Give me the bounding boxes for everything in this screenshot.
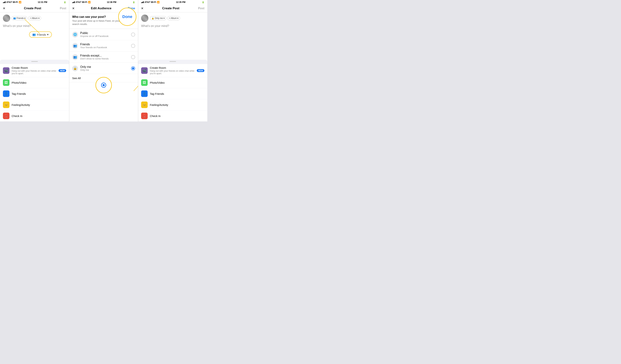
album-badge-right[interactable]: + Album ▾ bbox=[167, 16, 180, 20]
photo-label-right: Photo/Video bbox=[150, 81, 165, 84]
create-room-label-left: Create Room bbox=[12, 66, 56, 69]
audience-header-sub: Your post will show up in News Feed, on … bbox=[72, 19, 135, 26]
friends-badge-label: Friends bbox=[17, 17, 24, 19]
sheet-icon-tag-right: 👤 bbox=[141, 90, 148, 97]
friends-label-mid: Friends bbox=[80, 43, 131, 46]
carrier-text-mid: AT&T Wi-Fi bbox=[76, 1, 87, 3]
only-me-icon: 🔒 bbox=[72, 66, 78, 71]
friends-radio[interactable] bbox=[131, 44, 135, 48]
lock-icon-right: 🔒 bbox=[152, 17, 154, 19]
close-button-left[interactable]: × bbox=[3, 6, 5, 11]
tag-label-left: Tag Friends bbox=[12, 92, 26, 95]
composer-user-row-right: 🔒 Only me ▾ + Album ▾ bbox=[141, 15, 204, 22]
friends-text-mid: Friends Your friends on Facebook bbox=[80, 43, 131, 49]
carrier-text-left: AT&T Wi-Fi bbox=[6, 1, 18, 3]
sheet-item-create-room-left[interactable]: 📹 Create Room Hang out with your friends… bbox=[0, 64, 69, 77]
checkin-label-right: Check In bbox=[150, 114, 161, 118]
friends-button-highlighted[interactable]: 👥 Friends ▾ bbox=[29, 32, 52, 38]
composer-badges-right: 🔒 Only me ▾ + Album ▾ bbox=[150, 16, 180, 20]
time-right: 12:35 PM bbox=[176, 1, 186, 3]
only-me-badge-label-right: Only me bbox=[155, 17, 163, 19]
post-button-left[interactable]: Post bbox=[60, 7, 66, 10]
friends-except-text: Friends except... Don't show to some fri… bbox=[80, 54, 131, 60]
only-me-label: Only me bbox=[80, 65, 131, 69]
dropdown-arrow-album: ▾ bbox=[38, 17, 39, 19]
audience-option-friends-except[interactable]: 👥 Friends except... Don't show to some f… bbox=[69, 52, 138, 63]
checkin-label-left: Check In bbox=[12, 114, 22, 118]
time-left: 12:31 PM bbox=[38, 1, 47, 3]
sheet-icon-feeling-left: 😊 bbox=[3, 102, 9, 108]
post-button-right[interactable]: Post bbox=[198, 7, 204, 10]
composer-placeholder-left[interactable]: What's on your mind? bbox=[3, 24, 66, 28]
sheet-item-tag-right[interactable]: 👤 Tag Friends bbox=[138, 88, 207, 99]
audience-option-public[interactable]: 🌐 Public Anyone on or off Facebook bbox=[69, 29, 138, 40]
friends-except-icon: 👥 bbox=[72, 54, 78, 60]
dropdown-arrow-album-right: ▾ bbox=[177, 17, 178, 19]
bottom-sheet-left: 📹 Create Room Hang out with your friends… bbox=[0, 60, 69, 121]
album-badge-left[interactable]: + Album ▾ bbox=[28, 16, 41, 20]
audience-header: Who can see your post? Your post will sh… bbox=[69, 12, 138, 29]
tag-label-right: Tag Friends bbox=[150, 92, 164, 95]
only-me-text: Only me Only me bbox=[80, 65, 131, 71]
composer-area-left: 👥 Friends ▾ + Album ▾ What's on your min… bbox=[0, 12, 69, 60]
close-button-right[interactable]: × bbox=[141, 6, 143, 11]
audience-option-friends[interactable]: 👥 Friends Your friends on Facebook bbox=[69, 40, 138, 52]
composer-area-right: 🔒 Only me ▾ + Album ▾ What's on your min… bbox=[138, 12, 207, 60]
public-sub: Anyone on or off Facebook bbox=[80, 35, 131, 37]
composer-badges-left: 👥 Friends ▾ + Album ▾ bbox=[12, 16, 41, 20]
friends-highlight-container: 👥 Friends ▾ bbox=[29, 32, 52, 38]
feeling-label-left: Feeling/Activity bbox=[12, 103, 30, 106]
sheet-item-create-room-right[interactable]: 📹 Create Room Hang out with your friends… bbox=[138, 64, 207, 77]
see-all-row[interactable]: See All bbox=[69, 74, 138, 82]
only-me-badge-right[interactable]: 🔒 Only me ▾ bbox=[150, 16, 166, 20]
right-panel: AT&T Wi-Fi 📶 12:35 PM 🔋 × Create Post Po… bbox=[138, 0, 207, 121]
close-button-mid[interactable]: × bbox=[72, 6, 75, 11]
sheet-icon-tag-left: 👤 bbox=[3, 90, 9, 97]
sheet-item-photo-right[interactable]: 🖼 Photo/Video bbox=[138, 77, 207, 88]
new-badge-right: NEW bbox=[197, 69, 204, 72]
friends-except-sub: Don't show to some friends bbox=[80, 57, 131, 60]
sheet-icon-checkin-right: 📍 bbox=[141, 113, 148, 119]
sheet-icon-checkin-left: 📍 bbox=[3, 113, 9, 119]
album-badge-label: + Album bbox=[30, 17, 38, 19]
carrier-text-right: AT&T Wi-Fi bbox=[145, 1, 156, 3]
nav-bar-mid: × Edit Audience Done bbox=[69, 4, 138, 12]
composer-placeholder-right[interactable]: What's on your mind? bbox=[141, 24, 204, 28]
friends-badge-left[interactable]: 👥 Friends ▾ bbox=[12, 16, 27, 20]
wifi-icon-left: 📶 bbox=[19, 1, 21, 3]
sheet-icon-photo-right: 🖼 bbox=[141, 79, 148, 86]
dropdown-arrow-friends: ▾ bbox=[24, 17, 25, 19]
left-panel: AT&T Wi-Fi 📶 12:31 PM 🔋 × Create Post Po… bbox=[0, 0, 69, 121]
new-badge-left: NEW bbox=[59, 69, 66, 72]
status-bar-left: AT&T Wi-Fi 📶 12:31 PM 🔋 bbox=[0, 0, 69, 4]
friends-except-radio[interactable] bbox=[131, 55, 135, 59]
avatar-right bbox=[141, 15, 148, 22]
signal-icon bbox=[3, 1, 6, 3]
sheet-text-create-room-left: Create Room Hang out with your friends o… bbox=[12, 66, 56, 75]
status-bar-mid: AT&T Wi-Fi 📶 12:36 PM 🔋 bbox=[69, 0, 138, 4]
sheet-item-feeling-left[interactable]: 😊 Feeling/Activity bbox=[0, 99, 69, 110]
sheet-item-feeling-right[interactable]: 😊 Feeling/Activity bbox=[138, 99, 207, 110]
friends-button-label: Friends bbox=[37, 33, 46, 36]
photo-label-left: Photo/Video bbox=[12, 81, 26, 84]
sheet-item-tag-left[interactable]: 👤 Tag Friends bbox=[0, 88, 69, 99]
friends-button-icon: 👥 bbox=[32, 33, 36, 36]
done-button-mid[interactable]: Done bbox=[128, 7, 135, 10]
public-radio[interactable] bbox=[131, 33, 135, 36]
sheet-item-checkin-left[interactable]: 📍 Check In bbox=[0, 110, 69, 121]
middle-panel: AT&T Wi-Fi 📶 12:36 PM 🔋 × Edit Audience … bbox=[69, 0, 138, 121]
status-carrier-left: AT&T Wi-Fi 📶 bbox=[3, 1, 21, 3]
only-me-sub: Only me bbox=[80, 69, 131, 71]
nav-bar-right: × Create Post Post bbox=[138, 4, 207, 12]
friends-except-label: Friends except... bbox=[80, 54, 131, 57]
dropdown-arrow-only-me: ▾ bbox=[163, 17, 165, 19]
only-me-radio[interactable] bbox=[131, 66, 135, 70]
audience-option-only-me[interactable]: 🔒 Only me Only me bbox=[69, 63, 138, 74]
nav-title-mid: Edit Audience bbox=[91, 7, 111, 10]
friends-button-arrow: ▾ bbox=[47, 33, 49, 36]
album-badge-label-right: + Album bbox=[169, 17, 177, 19]
create-room-label-right: Create Room bbox=[150, 66, 195, 69]
sheet-item-checkin-right[interactable]: 📍 Check In bbox=[138, 110, 207, 121]
sheet-item-photo-left[interactable]: 🖼 Photo/Video bbox=[0, 77, 69, 88]
feeling-label-right: Feeling/Activity bbox=[150, 103, 168, 106]
